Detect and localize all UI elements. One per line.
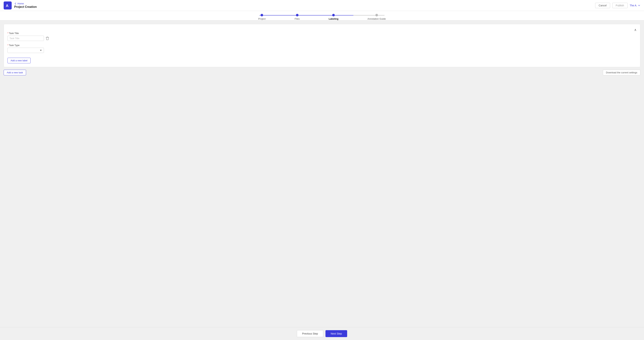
step-label-project: Project	[258, 17, 266, 20]
arrow-left-icon	[14, 2, 17, 5]
stepper-lines	[260, 15, 384, 15]
step-dot-annotation	[376, 14, 378, 16]
step-label-files: Files	[295, 17, 300, 20]
user-menu[interactable]: The A.	[630, 4, 640, 7]
main-content: ∧ * Task Title * Task Type	[0, 20, 644, 327]
svg-text:A: A	[6, 4, 8, 8]
cancel-button[interactable]: Cancel	[595, 3, 610, 8]
task-type-group: * Task Type	[8, 44, 636, 53]
required-star-type: *	[8, 44, 8, 47]
header-left: Home Project Creation	[14, 2, 37, 8]
collapse-button[interactable]: ∧	[634, 28, 636, 32]
step-labeling: Labeling	[329, 14, 338, 20]
step-label-annotation: Annotation Guide	[368, 17, 386, 20]
task-type-label: * Task Type	[8, 44, 636, 47]
page-title: Project Creation	[14, 5, 37, 8]
progress-section: Project Files Labeling Annotation Guide	[0, 11, 644, 20]
next-step-button[interactable]: Next Step	[326, 330, 347, 337]
title-group: Home Project Creation	[14, 2, 37, 8]
app-header: A Home Project Creation Cancel Publish T…	[0, 0, 644, 11]
task-type-select[interactable]	[8, 48, 44, 53]
step-dot-files	[296, 14, 298, 16]
task-card-header: ∧	[8, 28, 636, 32]
task-title-group: * Task Title	[8, 32, 636, 41]
step-project: Project	[258, 14, 266, 20]
delete-task-button[interactable]	[46, 37, 49, 40]
step-dot-project	[260, 14, 263, 16]
step-dot-labeling	[332, 14, 335, 16]
download-settings-button[interactable]: Download the current settings	[603, 70, 640, 75]
stepper: Project Files Labeling Annotation Guide	[258, 14, 386, 20]
trash-icon	[46, 37, 49, 40]
home-link[interactable]: Home	[14, 2, 37, 5]
add-task-button[interactable]: Add a new task	[4, 70, 26, 75]
step-files: Files	[295, 14, 300, 20]
chevron-down-icon	[638, 4, 640, 7]
previous-step-button[interactable]: Previous Step	[297, 330, 323, 337]
step-annotation-guide: Annotation Guide	[368, 14, 386, 20]
task-title-input[interactable]	[8, 36, 44, 41]
step-label-labeling: Labeling	[329, 17, 338, 20]
required-star-title: *	[8, 32, 8, 35]
add-label-button[interactable]: Add a new label	[8, 58, 30, 63]
user-label: The A.	[630, 4, 637, 7]
home-link-label: Home	[18, 2, 24, 5]
task-card: ∧ * Task Title * Task Type	[4, 24, 640, 67]
footer-nav: Previous Step Next Step	[0, 327, 644, 340]
publish-button[interactable]: Publish	[612, 3, 628, 8]
task-title-row	[8, 36, 636, 41]
app-logo: A	[4, 1, 12, 9]
header-right: Cancel Publish The A.	[595, 3, 640, 8]
task-title-label: * Task Title	[8, 32, 636, 35]
bottom-bar: Add a new task Download the current sett…	[4, 70, 640, 75]
